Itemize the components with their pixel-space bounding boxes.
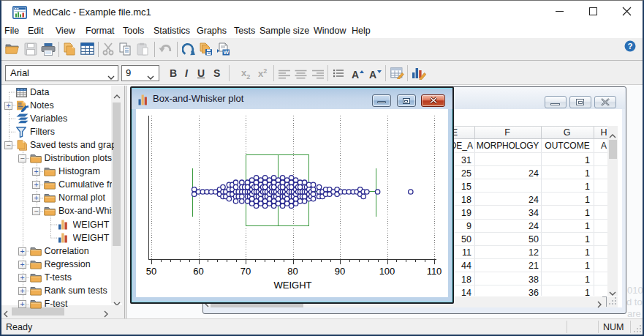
svg-text:WEIGHT: WEIGHT (274, 280, 312, 291)
svg-text:90: 90 (335, 266, 345, 277)
svg-text:?: ? (627, 42, 632, 51)
svg-text:A: A (369, 69, 376, 79)
svg-text:80: 80 (287, 266, 298, 277)
svg-text:60: 60 (193, 266, 203, 277)
svg-text:50: 50 (146, 266, 156, 277)
svg-text:100: 100 (379, 266, 395, 277)
svg-text:W: W (223, 49, 229, 56)
svg-text:A: A (352, 69, 359, 79)
svg-text:110: 110 (427, 266, 442, 277)
svg-text:70: 70 (240, 266, 251, 277)
